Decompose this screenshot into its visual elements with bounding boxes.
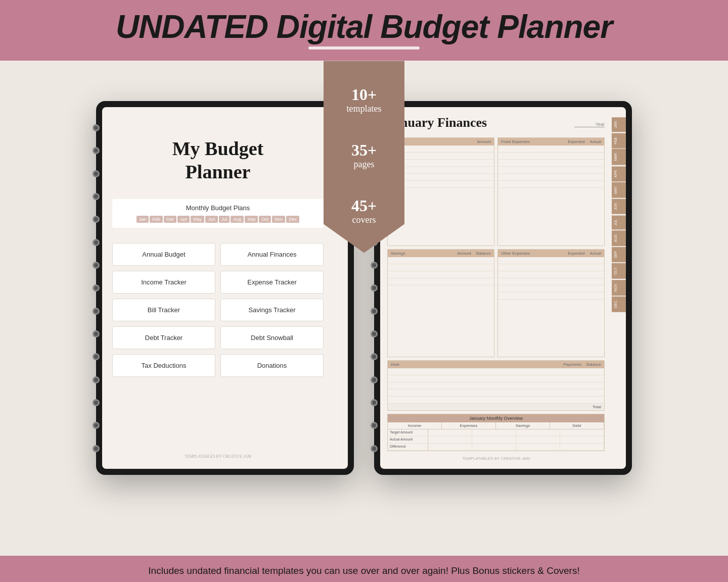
monthly-budget-section: Monthly Budget Plans Jan Feb Mar Apr May… (112, 199, 324, 228)
month-mar[interactable]: Mar (164, 216, 177, 223)
bookmark-body: 10+ templates 35+ pages 45+ covers (324, 61, 404, 253)
month-nov[interactable]: Nov (272, 216, 285, 223)
overview-row-actual: Actual Amount (388, 437, 604, 444)
tab-right-apr[interactable]: APR (612, 166, 626, 181)
tab-right-mar[interactable]: MAR (612, 149, 626, 165)
month-oct[interactable]: Oct (259, 216, 271, 223)
target-expenses-cell (472, 429, 516, 436)
nav-bill-tracker[interactable]: Bill Tracker (112, 299, 215, 321)
actual-expenses-cell (472, 437, 516, 443)
other-row-3 (498, 271, 604, 278)
debt-row-2 (388, 375, 604, 382)
tab-right-jan[interactable]: JAN (612, 117, 626, 132)
tab-right-nov[interactable]: NOV (612, 280, 626, 296)
fixed-row-6 (498, 181, 604, 188)
diff-debt-cell (560, 444, 604, 450)
title-underline (308, 46, 420, 50)
right-footer: TEMPLATABLES BY CREATIVE JAM (387, 451, 605, 461)
month-jun[interactable]: Jun (205, 216, 218, 223)
spiral-binding-left (92, 116, 100, 460)
overview-columns: Income Expenses Savings Debt (388, 422, 604, 429)
fixed-row-1 (498, 146, 604, 153)
savings-rows (388, 257, 494, 285)
footer-text: Includes undated financial templates you… (148, 565, 579, 576)
main-title: UNDATED Digital Budget Planner (10, 9, 718, 44)
diff-expenses-cell (472, 444, 516, 450)
fixed-row-4 (498, 167, 604, 174)
bookmark: 10+ templates 35+ pages 45+ covers (324, 61, 404, 253)
month-dec[interactable]: Dec (286, 216, 299, 223)
debt-row-3 (388, 382, 604, 390)
savings-row-1 (388, 257, 494, 264)
nav-annual-finances[interactable]: Annual Finances (220, 243, 324, 266)
month-aug[interactable]: Aug (231, 216, 244, 223)
month-sep[interactable]: Sep (245, 216, 258, 223)
fixed-row-3 (498, 160, 604, 167)
tab-right-dec[interactable]: DEC (612, 297, 626, 312)
other-expenses-header: Other Expenses Expected Actual (498, 250, 604, 257)
tab-right-jul[interactable]: JUL (612, 215, 626, 229)
stat2-number: 35+ (331, 141, 397, 159)
target-savings-cell (516, 429, 560, 436)
overview-target-label: Target Amount (388, 429, 428, 436)
month-jul[interactable]: Jul (219, 216, 230, 223)
nav-expense-tracker[interactable]: Expense Tracker (220, 271, 324, 294)
nav-tax-deductions[interactable]: Tax Deductions (112, 354, 215, 377)
overview-diff-cells (428, 444, 604, 450)
savings-section: Savings Amount Balance (387, 249, 494, 358)
left-planner-content: My BudgetPlanner Monthly Budget Plans Ja… (102, 107, 334, 469)
month-jan[interactable]: Jan (136, 216, 149, 223)
fixed-row-5 (498, 174, 604, 181)
monthly-budget-title: Monthly Budget Plans (118, 204, 317, 212)
overview-header: January Monthly Overview (388, 414, 604, 422)
fixed-expenses-rows (498, 146, 604, 188)
month-may[interactable]: May (191, 216, 204, 223)
debt-row-4 (388, 390, 604, 397)
left-screen: My BudgetPlanner Monthly Budget Plans Ja… (102, 107, 348, 469)
target-income-cell (428, 429, 472, 436)
page-footer: Includes undated financial templates you… (0, 556, 728, 582)
overview-col-income: Income (388, 422, 442, 429)
savings-row-2 (388, 264, 494, 271)
nav-donations[interactable]: Donations (220, 354, 324, 377)
stat3-label: covers (331, 215, 397, 225)
nav-annual-budget[interactable]: Annual Budget (112, 243, 215, 266)
overview-difference-label: Difference (388, 444, 428, 450)
actual-income-cell (428, 437, 472, 443)
left-tablet: My BudgetPlanner Monthly Budget Plans Ja… (96, 101, 354, 475)
diff-income-cell (428, 444, 472, 450)
nav-debt-tracker[interactable]: Debt Tracker (112, 326, 215, 349)
actual-debt-cell (560, 437, 604, 443)
diff-savings-cell (516, 444, 560, 450)
overview-row-difference: Difference (388, 444, 604, 451)
right-side-tabs: JAN FEB MAR APR MAY JUN JUL AUG SEP OCT … (612, 107, 626, 469)
year-label: Year (574, 121, 605, 127)
tab-right-feb[interactable]: FEB (612, 133, 626, 149)
tab-right-jun[interactable]: JUN (612, 199, 626, 214)
tab-right-may[interactable]: MAY (612, 182, 626, 198)
tab-right-sep[interactable]: SEP (612, 247, 626, 262)
tab-right-oct[interactable]: OCT (612, 263, 626, 279)
nav-savings-tracker[interactable]: Savings Tracker (220, 299, 324, 321)
other-row-1 (498, 257, 604, 264)
overview-section: January Monthly Overview Income Expenses… (387, 414, 605, 451)
left-footer: TEMPLATABLES BY CREATIVE JAM (185, 449, 251, 459)
debt-row-1 (388, 368, 604, 375)
stat3-number: 45+ (331, 197, 397, 215)
nav-income-tracker[interactable]: Income Tracker (112, 271, 215, 294)
nav-debt-snowball[interactable]: Debt Snowball (220, 326, 324, 349)
other-row-4 (498, 278, 604, 285)
overview-target-cells (428, 429, 604, 436)
right-screen: January Finances Year Income Amount (380, 107, 626, 469)
month-apr[interactable]: Apr (177, 216, 190, 223)
fixed-expenses-section: Fixed Expenses Expected Actual (497, 137, 605, 246)
debt-row-5 (388, 397, 604, 404)
overview-actual-cells (428, 437, 604, 443)
fixed-expenses-header: Fixed Expenses Expected Actual (498, 138, 604, 146)
month-feb[interactable]: Feb (150, 216, 163, 223)
finance-grid: Income Amount (387, 137, 605, 357)
tab-right-aug[interactable]: AUG (612, 230, 626, 246)
debt-rows (388, 368, 604, 404)
fixed-row-2 (498, 153, 604, 160)
debt-total: Total (388, 404, 604, 410)
